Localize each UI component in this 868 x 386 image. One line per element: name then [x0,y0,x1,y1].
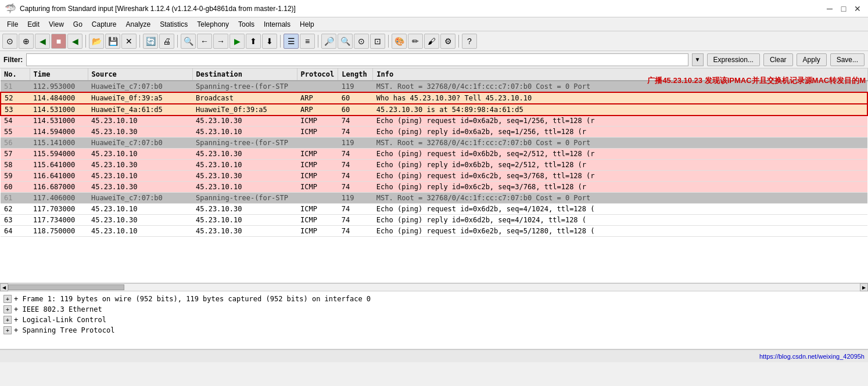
toolbar-btn-interface[interactable]: ⊙ [2,34,17,49]
toolbar-btn-go[interactable]: ▶ [229,34,245,49]
table-cell: Echo (ping) reply id=0x6c2b, seq=3/768, … [373,182,867,193]
table-row[interactable]: 52114.484000HuaweiTe_0f:39:a5BroadcastAR… [1,92,867,104]
toolbar-btn-pane-detail[interactable]: ≡ [300,34,315,49]
col-header-time[interactable]: Time [30,68,88,81]
toolbar-btn-first[interactable]: ⬆ [246,34,261,49]
toolbar-btn-pane-list[interactable]: ☰ [284,34,299,49]
toolbar-btn-save[interactable]: 💾 [105,34,120,49]
maximize-button[interactable]: □ [838,3,849,15]
toolbar-btn-prefs[interactable]: ⚙ [440,34,455,49]
detail-row[interactable]: ++ Frame 1: 119 bytes on wire (952 bits)… [3,294,865,304]
scroll-left-button[interactable]: ◀ [0,283,8,291]
scroll-right-button[interactable]: ▶ [860,283,868,291]
filter-dropdown[interactable]: ▼ [692,53,704,66]
col-header-source[interactable]: Source [88,68,192,81]
toolbar-btn-find[interactable]: 🔍 [181,34,196,49]
detail-row[interactable]: ++ Spanning Tree Protocol [3,325,865,336]
toolbar-btn-zoom-normal[interactable]: ⊙ [354,34,369,49]
toolbar-btn-back[interactable]: ← [197,34,212,49]
clear-button[interactable]: Clear [763,53,793,66]
toolbar-btn-last[interactable]: ⬇ [262,34,277,49]
toolbar-btn-restart[interactable]: ◀ [67,34,83,49]
toolbar-btn-print[interactable]: 🖨 [159,34,174,49]
table-cell [297,81,338,92]
table-cell: 74 [338,116,373,127]
menu-item-telephony[interactable]: Telephony [192,19,234,30]
minimize-button[interactable]: ─ [824,3,835,15]
toolbar-btn-capture-options[interactable]: ⊕ [19,34,34,49]
toolbar-btn-forward[interactable]: → [213,34,228,49]
table-row[interactable]: 60116.68700045.23.10.3045.23.10.10ICMP74… [1,182,867,193]
col-header-length[interactable]: Length [338,68,373,81]
menu-item-capture[interactable]: Capture [87,19,121,30]
menu-item-edit[interactable]: Edit [23,19,44,30]
table-cell: 45.23.10.30 [192,226,297,237]
toolbar-btn-zoom-out[interactable]: 🔍 [338,34,353,49]
table-cell: 45.23.10.10 [88,149,192,160]
scroll-track[interactable] [8,284,860,291]
table-row[interactable]: 61117.406000HuaweiTe_c7:07:b0Spanning-tr… [1,193,867,204]
toolbar-btn-resize[interactable]: ⊡ [370,34,385,49]
scroll-thumb[interactable] [8,284,124,290]
toolbar-btn-color1[interactable]: 🎨 [392,34,407,49]
table-cell: 58 [1,160,30,171]
toolbar-btn-reload[interactable]: 🔄 [143,34,158,49]
toolbar-btn-stop[interactable]: ■ [51,34,66,49]
detail-expand-icon[interactable]: + [3,316,12,324]
menu-item-internals[interactable]: Internals [259,19,295,30]
toolbar-btn-start[interactable]: ◀ [35,34,50,49]
table-cell: 45.23.10.10 [88,226,192,237]
toolbar-btn-zoom-in[interactable]: 🔎 [321,34,336,49]
detail-expand-icon[interactable]: + [3,295,12,303]
table-cell: 55 [1,127,30,138]
title-bar-controls: ─ □ ✕ [824,3,863,15]
toolbar-btn-help[interactable]: ? [462,34,477,49]
table-row[interactable]: 55114.59400045.23.10.3045.23.10.10ICMP74… [1,127,867,138]
table-cell: 74 [338,171,373,182]
menu-item-file[interactable]: File [2,19,23,30]
toolbar-btn-close[interactable]: ✕ [121,34,137,49]
table-row[interactable]: 53114.531000HuaweiTe_4a:61:d5HuaweiTe_0f… [1,104,867,116]
table-row[interactable]: 59116.64100045.23.10.1045.23.10.30ICMP74… [1,171,867,182]
detail-expand-icon[interactable]: + [3,305,12,313]
filter-label: Filter: [3,56,23,64]
close-button[interactable]: ✕ [852,3,863,15]
table-cell: ICMP [297,116,338,127]
col-header-destination[interactable]: Destination [192,68,297,81]
menu-item-statistics[interactable]: Statistics [155,19,192,30]
table-cell: HuaweiTe_c7:07:b0 [88,138,192,149]
table-row[interactable]: 63117.73400045.23.10.3045.23.10.10ICMP74… [1,215,867,226]
menu-item-view[interactable]: View [44,19,69,30]
horizontal-scrollbar[interactable]: ◀ ▶ [0,283,868,291]
table-cell: 45.23.10.10 [88,116,192,127]
table-row[interactable]: 57115.59400045.23.10.1045.23.10.30ICMP74… [1,149,867,160]
menu-item-analyze[interactable]: Analyze [121,19,156,30]
save-button[interactable]: Save... [830,53,865,66]
toolbar-btn-open[interactable]: 📂 [89,34,104,49]
col-header-protocol[interactable]: Protocol [297,68,338,81]
col-header-no[interactable]: No. [1,68,30,81]
table-row[interactable]: 62117.70300045.23.10.1045.23.10.30ICMP74… [1,204,867,215]
packet-list[interactable]: No. Time Source Destination Protocol Len… [0,68,868,283]
menu-item-help[interactable]: Help [295,19,319,30]
expression-button[interactable]: Expression... [707,53,760,66]
toolbar-btn-color2[interactable]: ✏ [408,34,423,49]
table-row[interactable]: 54114.53100045.23.10.1045.23.10.30ICMP74… [1,116,867,127]
filter-input[interactable] [26,53,688,66]
table-cell: 115.594000 [30,149,88,160]
menu-item-go[interactable]: Go [69,19,87,30]
annotation-text: 广播45.23.10.23 发现该IPMAC并且交换机记录源MAC转发目的M [645,74,868,87]
table-row[interactable]: 64118.75000045.23.10.1045.23.10.30ICMP74… [1,226,867,237]
menu-item-tools[interactable]: Tools [234,19,259,30]
table-row[interactable]: 56115.141000HuaweiTe_c7:07:b0Spanning-tr… [1,138,867,149]
table-cell [297,138,338,149]
table-cell: ICMP [297,182,338,193]
apply-button[interactable]: Apply [797,53,827,66]
app-icon: 🦈 [5,3,16,14]
toolbar-btn-color3[interactable]: 🖌 [424,34,439,49]
detail-expand-icon[interactable]: + [3,326,12,334]
table-cell: 117.406000 [30,193,88,204]
table-row[interactable]: 58115.64100045.23.10.3045.23.10.10ICMP74… [1,160,867,171]
detail-row[interactable]: ++ Logical-Link Control [3,315,865,325]
detail-row[interactable]: ++ IEEE 802.3 Ethernet [3,304,865,315]
